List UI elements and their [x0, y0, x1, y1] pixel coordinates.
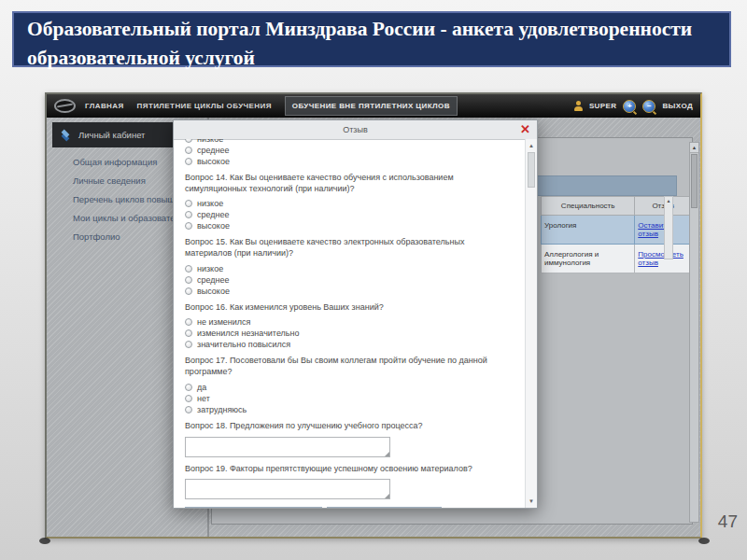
option-label: низкое — [197, 139, 223, 144]
zoom-out-icon[interactable]: − — [642, 100, 655, 113]
radio-input[interactable] — [185, 341, 192, 348]
scroll-up-icon[interactable]: ▲ — [526, 141, 537, 150]
radio-option[interactable]: среднее — [185, 210, 514, 219]
option-label: среднее — [197, 210, 230, 219]
page-number: 47 — [718, 511, 738, 532]
question-section: Вопрос 15. Как Вы оцениваете качество эл… — [185, 237, 514, 295]
radio-option[interactable]: среднее — [185, 275, 514, 285]
question-text: Вопрос 16. Как изменился уровень Ваших з… — [185, 302, 514, 314]
specialty-cell: Аллергология и иммунология — [542, 245, 635, 273]
table-scrollbar[interactable]: ▲ — [664, 196, 673, 259]
radio-option[interactable]: высокое — [185, 221, 514, 231]
radio-option[interactable]: да — [185, 383, 514, 392]
radio-input[interactable] — [185, 158, 192, 165]
answer-textarea[interactable] — [185, 479, 390, 499]
logout-button[interactable]: ВЫХОД — [662, 102, 693, 110]
nav-menu: ГЛАВНАЯПЯТИЛЕТНИЕ ЦИКЛЫ ОБУЧЕНИЯОБУЧЕНИЕ… — [85, 94, 458, 118]
navbar-right: SUPER + − ВЫХОД — [574, 100, 693, 113]
options-group: низкоесреднеевысокое — [185, 199, 514, 231]
question-section: Вопрос 19. Факторы препятствующие успешн… — [185, 464, 514, 500]
layers-icon — [60, 130, 72, 141]
scroll-down-icon[interactable]: ▼ — [526, 497, 537, 506]
question-section: низкоесреднеевысокое — [185, 139, 514, 166]
radio-input[interactable] — [185, 384, 192, 391]
scroll-up-icon[interactable]: ▲ — [690, 143, 698, 153]
resize-grip-icon[interactable] — [385, 494, 389, 498]
radio-option[interactable]: нет — [185, 394, 514, 403]
option-label: значительно повысился — [197, 340, 290, 349]
question-text: Вопрос 18. Предложения по улучшению учеб… — [185, 421, 514, 432]
radio-option[interactable]: значительно повысился — [185, 340, 514, 349]
answer-textarea[interactable] — [185, 437, 390, 457]
top-navbar: ГЛАВНАЯПЯТИЛЕТНИЕ ЦИКЛЫ ОБУЧЕНИЯОБУЧЕНИЕ… — [47, 94, 700, 118]
radio-input[interactable] — [185, 139, 192, 143]
options-group: низкоесреднеевысокое — [185, 264, 514, 296]
table-header-cell: Специальность — [542, 197, 635, 216]
user-icon — [574, 101, 583, 111]
radio-option[interactable]: низкое — [185, 264, 514, 273]
radio-input[interactable] — [185, 222, 192, 230]
radio-option[interactable]: изменился незначительно — [185, 329, 514, 338]
textarea-wrap — [185, 437, 390, 457]
panel-scrollbar[interactable]: ▲ — [689, 142, 699, 523]
radio-input[interactable] — [185, 318, 192, 326]
options-group: данетзатрудняюсь — [185, 383, 514, 414]
review-modal: Отзыв ✕ ▲ ▼ низкоесреднеевысокоеВопрос 1… — [173, 119, 538, 509]
option-label: среднее — [197, 275, 230, 285]
portal-screenshot: ГЛАВНАЯПЯТИЛЕТНИЕ ЦИКЛЫ ОБУЧЕНИЯОБУЧЕНИЕ… — [45, 92, 702, 539]
radio-option[interactable]: среднее — [185, 146, 514, 155]
slide-title: Образовательный портал Минздрава России … — [14, 13, 729, 74]
option-label: нет — [197, 394, 210, 403]
radio-option[interactable]: затрудняюсь — [185, 405, 514, 414]
question-text: Вопрос 14. Как Вы оцениваете качество об… — [185, 173, 514, 194]
portal-logo-icon — [54, 99, 76, 113]
modal-content: низкоесреднеевысокоеВопрос 14. Как Вы оц… — [174, 139, 525, 508]
radio-option[interactable]: низкое — [185, 199, 514, 208]
close-without-save-button[interactable]: Закрыть без сохранения — [327, 507, 442, 508]
radio-option[interactable]: высокое — [185, 287, 514, 296]
question-section: Вопрос 18. Предложения по улучшению учеб… — [185, 421, 514, 457]
question-text: Вопрос 17. Посоветовали бы Вы своим колл… — [185, 356, 514, 377]
option-label: высокое — [197, 221, 230, 231]
radio-input[interactable] — [185, 406, 192, 413]
option-label: затрудняюсь — [197, 405, 247, 414]
option-label: да — [197, 383, 206, 392]
question-section: Вопрос 14. Как Вы оцениваете качество об… — [185, 173, 514, 231]
option-label: изменился незначительно — [197, 329, 300, 338]
radio-input[interactable] — [185, 200, 192, 207]
radio-input[interactable] — [185, 395, 192, 402]
radio-input[interactable] — [185, 265, 192, 273]
zoom-in-icon[interactable]: + — [623, 100, 636, 113]
radio-option[interactable]: не изменился — [185, 317, 514, 327]
close-icon[interactable]: ✕ — [520, 120, 530, 139]
options-group: не изменилсяизменился незначительнозначи… — [185, 317, 514, 349]
modal-titlebar: Отзыв ✕ — [174, 120, 537, 140]
question-section: Вопрос 16. Как изменился уровень Ваших з… — [185, 302, 514, 350]
radio-option[interactable]: низкое — [185, 139, 514, 144]
modal-scrollbar[interactable]: ▲ ▼ — [525, 139, 537, 508]
question-text: Вопрос 15. Как Вы оцениваете качество эл… — [185, 237, 514, 259]
option-label: низкое — [197, 199, 223, 208]
radio-input[interactable] — [185, 329, 192, 337]
radio-input[interactable] — [185, 276, 192, 284]
scroll-up-icon[interactable]: ▲ — [667, 198, 671, 203]
option-label: высокое — [197, 287, 230, 296]
resize-grip-icon[interactable] — [385, 452, 389, 456]
slide: Образовательный портал Минздрава России … — [0, 0, 747, 560]
nav-item[interactable]: ПЯТИЛЕТНИЕ ЦИКЛЫ ОБУЧЕНИЯ — [137, 102, 272, 110]
radio-input[interactable] — [185, 287, 192, 295]
radio-input[interactable] — [185, 211, 192, 218]
nav-item[interactable]: ОБУЧЕНИЕ ВНЕ ПЯТИЛЕТНИХ ЦИКЛОВ — [285, 96, 458, 116]
scrollbar-thumb[interactable] — [691, 154, 698, 208]
specialty-cell: Урология — [542, 216, 635, 245]
radio-input[interactable] — [185, 147, 192, 154]
option-label: среднее — [197, 146, 230, 155]
username[interactable]: SUPER — [589, 102, 617, 110]
question-section: Вопрос 17. Посоветовали бы Вы своим колл… — [185, 356, 514, 413]
save-button[interactable]: Сохранить введенные данные — [185, 507, 322, 508]
radio-option[interactable]: высокое — [185, 157, 514, 166]
scrollbar-thumb[interactable] — [528, 152, 535, 188]
nav-item[interactable]: ГЛАВНАЯ — [85, 102, 124, 110]
options-group: низкоесреднеевысокое — [185, 139, 514, 166]
option-label: высокое — [197, 157, 230, 166]
